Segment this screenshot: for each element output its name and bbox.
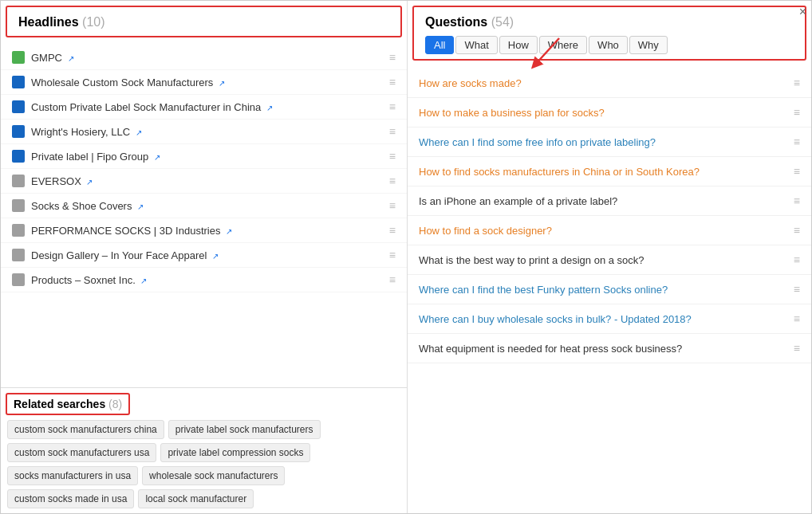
headline-item[interactable]: Wholesale Custom Sock Manufacturers ↗ ≡ — [1, 70, 407, 95]
headline-title: Design Gallery – In Your Face Apparel ↗ — [31, 249, 219, 261]
external-link-icon: ↗ — [68, 54, 74, 63]
svg-line-1 — [535, 38, 559, 65]
favicon-icon — [12, 51, 25, 64]
questions-list: How are socks made? ≡ How to make a busi… — [408, 65, 811, 513]
question-item[interactable]: How to find socks manufacturers in China… — [408, 157, 811, 186]
headline-title: Wright's Hosiery, LLC ↗ — [31, 126, 142, 138]
question-drag-icon: ≡ — [794, 342, 800, 355]
filter-tab-all[interactable]: All — [425, 36, 454, 54]
related-tag[interactable]: custom socks made in usa — [7, 489, 134, 508]
headline-title: Private label | Fipo Group ↗ — [31, 151, 160, 163]
drag-icon: ≡ — [389, 76, 396, 88]
related-tag[interactable]: private label sock manufacturers — [168, 420, 321, 439]
question-text: Is an iPhone an example of a private lab… — [419, 195, 617, 207]
question-item[interactable]: How to make a business plan for socks? ≡ — [408, 98, 811, 128]
question-drag-icon: ≡ — [794, 77, 800, 89]
headline-left: GMPC ↗ — [12, 51, 74, 64]
headline-left: Design Gallery – In Your Face Apparel ↗ — [12, 249, 219, 261]
question-text: How to find socks manufacturers in China… — [419, 166, 700, 178]
external-link-icon: ↗ — [137, 202, 144, 211]
main-content: Headlines (10) GMPC ↗ ≡ Wholesale Custom… — [1, 1, 811, 513]
external-link-icon: ↗ — [140, 277, 147, 285]
favicon-icon — [12, 100, 25, 113]
filter-tab-what[interactable]: What — [455, 36, 497, 54]
drag-icon: ≡ — [389, 150, 396, 163]
favicon-icon — [12, 76, 25, 88]
headline-item[interactable]: Custom Private Label Sock Manufacturer i… — [1, 95, 407, 120]
headline-left: Wright's Hosiery, LLC ↗ — [12, 125, 142, 138]
question-text: How to find a sock designer? — [419, 225, 552, 237]
related-tag[interactable]: custom sock manufacturers china — [7, 420, 164, 439]
headline-left: Socks & Shoe Covers ↗ — [12, 199, 144, 212]
related-tag[interactable]: local sock manufacturer — [138, 489, 254, 508]
question-item[interactable]: How to find a sock designer? ≡ — [408, 216, 811, 245]
question-item[interactable]: Where can I buy wholesale socks in bulk?… — [408, 304, 811, 334]
headline-item[interactable]: Private label | Fipo Group ↗ ≡ — [1, 144, 407, 169]
right-panel: × Questions (54) AllWhatHowWhereWhoWhy — [408, 1, 811, 513]
favicon-icon — [12, 249, 25, 261]
question-text: What equipment is needed for heat press … — [419, 343, 682, 355]
headline-item[interactable]: GMPC ↗ ≡ — [1, 45, 407, 70]
headline-left: Private label | Fipo Group ↗ — [12, 150, 160, 163]
questions-header: Questions (54) AllWhatHowWhereWhoWhy — [412, 6, 806, 61]
close-button[interactable]: × — [799, 6, 806, 18]
headline-item[interactable]: Design Gallery – In Your Face Apparel ↗ … — [1, 243, 407, 268]
filter-tab-who[interactable]: Who — [589, 36, 628, 54]
question-item[interactable]: Where can I find the best Funky pattern … — [408, 275, 811, 304]
related-searches-header: Related searches (8) — [6, 393, 130, 415]
headline-title: Custom Private Label Sock Manufacturer i… — [31, 101, 273, 113]
question-item[interactable]: How are socks made? ≡ — [408, 69, 811, 98]
drag-icon: ≡ — [389, 273, 396, 286]
external-link-icon: ↗ — [219, 79, 225, 88]
filter-tabs: AllWhatHowWhereWhoWhy — [425, 36, 794, 54]
drag-icon: ≡ — [389, 100, 396, 113]
favicon-icon — [12, 224, 25, 237]
drag-icon: ≡ — [389, 125, 396, 138]
related-tag[interactable]: socks manufacturers in usa — [7, 466, 138, 485]
headline-item[interactable]: PERFORMANCE SOCKS | 3D Industries ↗ ≡ — [1, 218, 407, 243]
filter-tab-why[interactable]: Why — [629, 36, 668, 54]
headline-left: Products – Soxnet Inc. ↗ — [12, 273, 147, 286]
drag-icon: ≡ — [389, 249, 396, 261]
favicon-icon — [12, 273, 25, 286]
external-link-icon: ↗ — [266, 104, 273, 112]
headline-title: GMPC ↗ — [31, 52, 74, 64]
question-drag-icon: ≡ — [794, 106, 800, 119]
question-text: How to make a business plan for socks? — [419, 107, 605, 119]
headlines-count: (10) — [82, 15, 104, 29]
headline-left: PERFORMANCE SOCKS | 3D Industries ↗ — [12, 224, 232, 237]
question-item[interactable]: What is the best way to print a design o… — [408, 245, 811, 275]
question-drag-icon: ≡ — [794, 224, 800, 237]
favicon-icon — [12, 175, 25, 187]
question-text: Where can I buy wholesale socks in bulk?… — [419, 313, 692, 325]
headline-item[interactable]: EVERSOX ↗ ≡ — [1, 169, 407, 194]
headline-left: EVERSOX ↗ — [12, 175, 93, 187]
headline-item[interactable]: Socks & Shoe Covers ↗ ≡ — [1, 194, 407, 218]
question-item[interactable]: Is an iPhone an example of a private lab… — [408, 186, 811, 216]
question-item[interactable]: Where can I find some free info on priva… — [408, 128, 811, 157]
favicon-icon — [12, 125, 25, 138]
headline-left: Wholesale Custom Sock Manufacturers ↗ — [12, 76, 225, 88]
headline-title: EVERSOX ↗ — [31, 175, 93, 187]
related-tags-container: custom sock manufacturers chinaprivate l… — [6, 420, 402, 508]
main-container: Headlines (10) GMPC ↗ ≡ Wholesale Custom… — [0, 0, 812, 514]
favicon-icon — [12, 199, 25, 212]
arrow-svg — [527, 34, 567, 74]
question-item[interactable]: What equipment is needed for heat press … — [408, 334, 811, 363]
external-link-icon: ↗ — [136, 128, 142, 137]
related-tag[interactable]: wholesale sock manufacturers — [142, 466, 285, 485]
question-drag-icon: ≡ — [794, 253, 800, 266]
question-drag-icon: ≡ — [794, 194, 800, 207]
related-tag[interactable]: custom sock manufacturers usa — [7, 443, 156, 462]
external-link-icon: ↗ — [154, 153, 160, 162]
related-tag[interactable]: private label compression socks — [160, 443, 310, 462]
question-text: Where can I find the best Funky pattern … — [419, 284, 668, 296]
questions-count: (54) — [491, 15, 514, 29]
headline-item[interactable]: Products – Soxnet Inc. ↗ ≡ — [1, 268, 407, 292]
questions-title-row: Questions (54) — [425, 15, 794, 29]
headline-title: PERFORMANCE SOCKS | 3D Industries ↗ — [31, 225, 232, 237]
headline-title: Products – Soxnet Inc. ↗ — [31, 274, 147, 286]
question-drag-icon: ≡ — [794, 283, 800, 296]
headline-item[interactable]: Wright's Hosiery, LLC ↗ ≡ — [1, 120, 407, 144]
drag-icon: ≡ — [389, 175, 396, 187]
